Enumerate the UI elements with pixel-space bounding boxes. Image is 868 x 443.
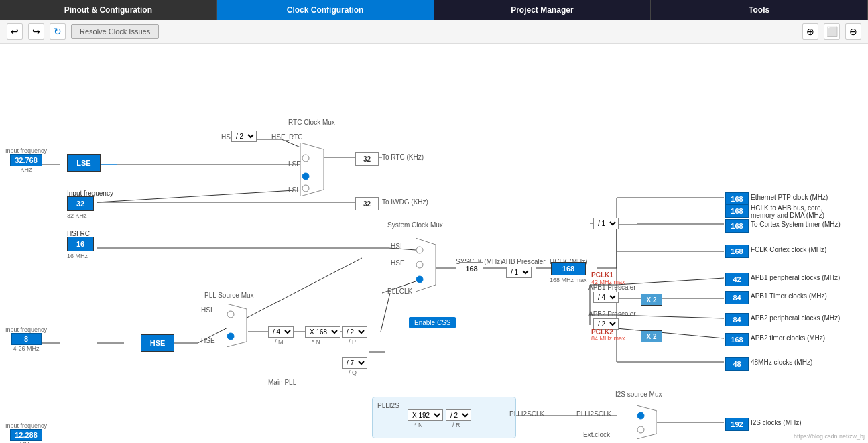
cortex-timer-value: 168 <box>725 219 749 233</box>
i2s-freq-value[interactable]: 12.288 <box>10 429 42 441</box>
undo-button[interactable]: ↩ <box>7 23 23 40</box>
n-mult-select[interactable]: X 168 <box>305 326 340 338</box>
hclk-ahb-label: HCLK to AHB bus, core,memory and DMA (MH… <box>751 204 824 219</box>
svg-point-61 <box>227 333 234 340</box>
hclk-value: 168 <box>551 262 586 275</box>
main-content: Input frequency 32.768 KHz LSE Input fre… <box>0 44 868 443</box>
x2-apb2-box: X 2 <box>641 330 662 342</box>
plli2s-r[interactable]: / 2 <box>446 409 471 421</box>
m-div-select[interactable]: / 4 <box>268 326 294 338</box>
main-pll-label: Main PLL <box>268 379 296 386</box>
48mhz-value: 48 <box>725 357 749 371</box>
plli2sclk-out-label: PLLI2SCLK <box>509 410 544 418</box>
i2s-label: I2S clocks (MHz) <box>751 419 802 426</box>
cortex-div-select[interactable]: / 1 <box>593 218 619 229</box>
fit-button[interactable]: ⬜ <box>824 23 840 40</box>
cortex-timer-label: To Cortex System timer (MHz) <box>751 220 841 228</box>
i2s-value: 192 <box>725 418 749 431</box>
q-div-select[interactable]: / 7 <box>342 357 367 369</box>
plli2s-label: PLLI2S <box>377 402 399 409</box>
redo-button[interactable]: ↪ <box>28 23 44 40</box>
svg-point-57 <box>416 261 423 268</box>
p-select[interactable]: / 2 <box>342 326 367 338</box>
hse-input-freq: Input frequency 8 4-26 MHz <box>5 326 47 352</box>
ahb-div-select[interactable]: / 1 <box>506 267 532 278</box>
q-select[interactable]: / 7 <box>342 357 367 369</box>
hse-freq-value[interactable]: 8 <box>11 333 42 345</box>
tab-clock[interactable]: Clock Configuration <box>217 0 434 20</box>
plli2s-n-select[interactable]: X 192 <box>408 409 443 421</box>
apb1-prescaler-select[interactable]: / 4 <box>593 292 619 303</box>
48mhz-label: 48MHz clocks (MHz) <box>751 359 812 366</box>
fclk-label: FCLK Cortex clock (MHz) <box>751 246 826 253</box>
zoom-in-button[interactable]: ⊕ <box>802 23 818 40</box>
zoom-out-button[interactable]: ⊖ <box>845 23 861 40</box>
refresh-button[interactable]: ↻ <box>50 23 66 40</box>
n-select[interactable]: X 168 <box>305 326 340 338</box>
plli2s-r-select[interactable]: / 2 <box>446 409 471 421</box>
tab-pinout[interactable]: Pinout & Configuration <box>0 0 217 20</box>
rtc-clock-mux-label: RTC Clock Mux <box>288 119 335 126</box>
tab-tools[interactable]: Tools <box>651 0 868 20</box>
clock-diagram: Input frequency 32.768 KHz LSE Input fre… <box>0 44 868 443</box>
q-label: / Q <box>349 369 357 376</box>
i2s-mux-svg <box>637 405 657 439</box>
apb1-periph-value: 42 <box>725 273 749 286</box>
apb1-timer-label: APB1 Timer clocks (MHz) <box>751 292 827 300</box>
svg-point-63 <box>637 412 644 419</box>
svg-point-53 <box>302 173 309 180</box>
eth-ptp-value: 168 <box>725 192 749 206</box>
hclk-max-label: 168 MHz max <box>550 277 587 283</box>
resolve-clock-issues-button[interactable]: Resolve Clock Issues <box>71 24 159 39</box>
p-label: / P <box>349 338 356 345</box>
svg-line-8 <box>97 190 305 202</box>
to-iwdg-value: 32 <box>355 197 379 210</box>
m-select[interactable]: / 4 <box>268 326 294 338</box>
cortex-div[interactable]: / 1 <box>593 218 619 229</box>
svg-point-64 <box>637 426 644 433</box>
sys-mux-svg <box>416 238 436 292</box>
svg-point-58 <box>416 276 423 283</box>
apb1-periph-label: APB1 peripheral clocks (MHz) <box>751 274 840 281</box>
svg-point-52 <box>302 155 309 162</box>
lsi-unit: 32 KHz <box>67 212 87 219</box>
pclk2-max: 84 MHz max <box>591 335 625 342</box>
svg-point-56 <box>416 247 423 253</box>
svg-line-31 <box>617 328 724 338</box>
p-div-select[interactable]: / 2 <box>342 326 367 338</box>
apb1-div-select[interactable]: / 4 <box>593 292 619 303</box>
diagram-area: Input frequency 32.768 KHz LSE Input fre… <box>0 44 868 443</box>
svg-marker-59 <box>227 304 247 347</box>
ahb-prescaler-select[interactable]: / 1 <box>506 267 532 278</box>
top-nav: Pinout & Configuration Clock Configurati… <box>0 0 868 20</box>
hsi-pll-label: HSI <box>201 306 212 314</box>
svg-line-40 <box>381 293 390 332</box>
enable-css-button[interactable]: Enable CSS <box>409 317 456 328</box>
ahb-prescaler-label: AHB Prescaler <box>501 258 546 265</box>
plli2s-n[interactable]: X 192 <box>408 409 443 421</box>
apb1-timer-value: 84 <box>725 291 749 304</box>
i2s-source-mux-label: I2S source Mux <box>615 391 662 398</box>
apb2-timer-label: APB2 timer clocks (MHz) <box>751 334 825 342</box>
pclk1-label: PCLK1 <box>591 271 613 279</box>
apb2-prescaler-label: APB2 Prescaler <box>588 310 636 318</box>
ext-clock-label: Ext.clock <box>583 431 610 438</box>
hsi-sys-label: HSI <box>391 243 402 250</box>
to-rtc-label: To RTC (KHz) <box>382 153 424 161</box>
toolbar: ↩ ↪ ↻ Resolve Clock Issues ⊕ ⬜ ⊖ <box>0 20 868 44</box>
svg-marker-62 <box>637 405 657 439</box>
svg-point-54 <box>302 185 309 192</box>
lse-input-freq: Input frequency 32.768 KHz <box>5 147 47 173</box>
hse-div-select[interactable]: / 2 <box>231 131 257 142</box>
eth-ptp-label: Ethernet PTP clock (MHz) <box>751 194 828 201</box>
lse-freq-value[interactable]: 32.768 <box>10 154 42 166</box>
hse-rtc-out-label: HSE_RTC <box>271 133 303 141</box>
tab-project[interactable]: Project Manager <box>434 0 652 20</box>
hsi-value: 16 <box>67 237 94 251</box>
fclk-value: 168 <box>725 245 749 258</box>
system-clock-mux-label: System Clock Mux <box>387 221 443 229</box>
m-label: / M <box>275 338 284 345</box>
n-label: * N <box>312 338 320 345</box>
lse-mux-label: LSE <box>288 160 301 168</box>
hse-rtc-divider[interactable]: / 2 <box>231 131 257 142</box>
